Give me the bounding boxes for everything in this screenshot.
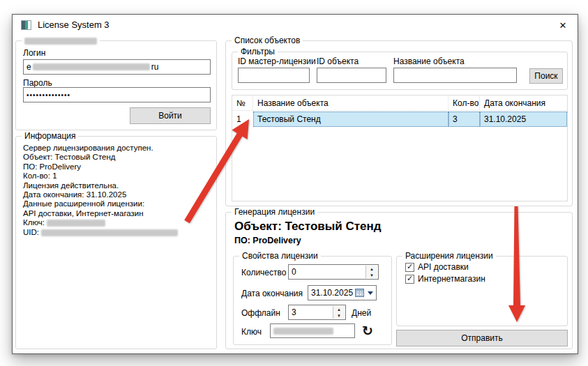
filters-group-title: Фильтры	[238, 47, 278, 56]
end-date-value: 31.10.2025	[311, 288, 353, 298]
login-input[interactable]: eru	[23, 59, 211, 75]
filters-group: Фильтры ID мастер-лицензии ID объекта На…	[232, 52, 568, 90]
auth-group-title-redacted	[22, 36, 100, 45]
checkbox-checked-icon[interactable]	[405, 263, 414, 272]
screen: License System 3 ✕ Логин eru Пароль ••••…	[0, 0, 588, 366]
info-line: Сервер лицензирования доступен.	[23, 144, 211, 153]
cell-name: Тестовый Стенд	[253, 112, 448, 127]
info-line: API доставки, Интернет-магазин	[23, 209, 211, 218]
properties-group-title: Свойства лицензии	[239, 251, 321, 261]
info-uid-value-redacted	[41, 229, 178, 236]
objects-table: № Название объекта Кол-во Дата окончания…	[232, 95, 568, 201]
offline-stepper[interactable]: 3	[288, 305, 346, 320]
object-name-input[interactable]	[393, 68, 517, 83]
offline-units-label: Дней	[352, 308, 371, 318]
password-input[interactable]: ••••••••••••••	[23, 87, 211, 102]
login-label: Логин	[23, 48, 45, 58]
extensions-group-title: Расширения лицензии	[402, 251, 496, 261]
quantity-spin-buttons[interactable]	[365, 266, 377, 278]
cell-qty: 3	[448, 112, 480, 127]
table-header-row: № Название объекта Кол-во Дата окончания	[232, 96, 567, 111]
extension-label: Интернетмагазин	[418, 274, 485, 284]
quantity-value: 0	[292, 267, 296, 277]
submit-button[interactable]: Отправить	[396, 330, 568, 346]
extensions-group: Расширения лицензии API доставки Интерне…	[396, 256, 568, 326]
info-line: ПО: ProDelivery	[23, 162, 211, 171]
properties-group: Свойства лицензии Количество 0 Дата окон…	[233, 256, 392, 345]
key-label: Ключ	[241, 327, 262, 337]
info-uid-label: UID:	[23, 228, 39, 236]
search-button[interactable]: Поиск	[529, 68, 563, 84]
info-line: Кол-во: 1	[23, 171, 211, 181]
cell-num: 1	[232, 112, 253, 127]
object-id-input[interactable]	[317, 68, 386, 83]
header-qty[interactable]: Кол-во	[448, 96, 480, 110]
auth-group: Логин eru Пароль •••••••••••••• Войти	[15, 40, 217, 130]
spin-down-icon[interactable]	[333, 312, 345, 319]
key-value-redacted	[273, 328, 333, 335]
spin-up-icon[interactable]	[333, 306, 345, 312]
title-bar: License System 3 ✕	[13, 15, 578, 36]
info-line: Дата окончания: 31.10.2025	[23, 190, 211, 199]
extension-shop-checkbox-row[interactable]: Интернетмагазин	[405, 274, 485, 284]
cell-end-date: 31.10.2025	[480, 112, 567, 127]
calendar-icon[interactable]	[355, 289, 364, 297]
info-line-uid: UID:	[23, 228, 211, 237]
refresh-icon[interactable]: ↻	[362, 324, 373, 337]
info-group-title: Информация	[22, 131, 78, 141]
login-value-prefix: e	[27, 62, 31, 72]
info-key-label: Ключ:	[23, 218, 45, 227]
chevron-down-icon[interactable]	[368, 291, 373, 295]
info-key-value-redacted	[47, 220, 105, 227]
info-text: Сервер лицензирования доступен. Объект: …	[23, 144, 211, 237]
info-line: Данные расширенной лицензии:	[23, 199, 211, 208]
password-label: Пароль	[23, 78, 52, 88]
offline-spin-buttons[interactable]	[333, 306, 345, 319]
object-name-label: Название объекта	[393, 56, 465, 66]
info-line: Объект: Тестовый Стенд	[23, 153, 211, 162]
master-id-input[interactable]	[238, 68, 310, 83]
generation-group-title: Генерация лицензии	[232, 207, 317, 217]
end-date-label: Дата окончания	[241, 289, 303, 298]
checkbox-checked-icon[interactable]	[405, 275, 414, 284]
spin-up-icon[interactable]	[366, 266, 377, 272]
offline-label: Оффлайн	[241, 308, 280, 318]
object-heading: Объект: Тестовый Стенд	[234, 220, 382, 234]
app-window: License System 3 ✕ Логин eru Пароль ••••…	[12, 14, 578, 354]
info-group: Информация Сервер лицензирования доступе…	[15, 136, 217, 349]
offline-value: 3	[292, 307, 296, 317]
object-id-label: ID объекта	[317, 56, 359, 66]
close-icon[interactable]: ✕	[551, 15, 575, 36]
generation-group: Генерация лицензии Объект: Тестовый Стен…	[225, 212, 573, 349]
table-row[interactable]: 1 Тестовый Стенд 3 31.10.2025	[232, 112, 567, 127]
extension-api-checkbox-row[interactable]: API доставки	[405, 262, 469, 272]
quantity-label: Количество	[241, 268, 286, 277]
header-num[interactable]: №	[232, 96, 253, 110]
login-button[interactable]: Войти	[130, 107, 211, 124]
objects-group-title: Список объектов	[232, 36, 303, 45]
window-title: License System 3	[38, 20, 110, 30]
extension-label: API доставки	[418, 262, 469, 272]
info-line-key: Ключ:	[23, 218, 211, 227]
header-end-date[interactable]: Дата окончания	[480, 96, 567, 110]
master-id-label: ID мастер-лицензии	[238, 56, 316, 66]
quantity-stepper[interactable]: 0	[288, 264, 379, 280]
end-date-picker[interactable]: 31.10.2025	[308, 285, 377, 300]
spin-down-icon[interactable]	[366, 272, 377, 278]
info-line: Лицензия действительна.	[23, 181, 211, 190]
header-name[interactable]: Название объекта	[253, 96, 448, 110]
app-icon	[21, 20, 31, 30]
objects-group: Список объектов Фильтры ID мастер-лиценз…	[225, 40, 573, 206]
software-heading: ПО: ProDelivery	[234, 236, 301, 245]
key-input[interactable]	[270, 323, 355, 338]
login-value-suffix: ru	[151, 62, 159, 72]
login-value-redacted	[33, 63, 150, 70]
